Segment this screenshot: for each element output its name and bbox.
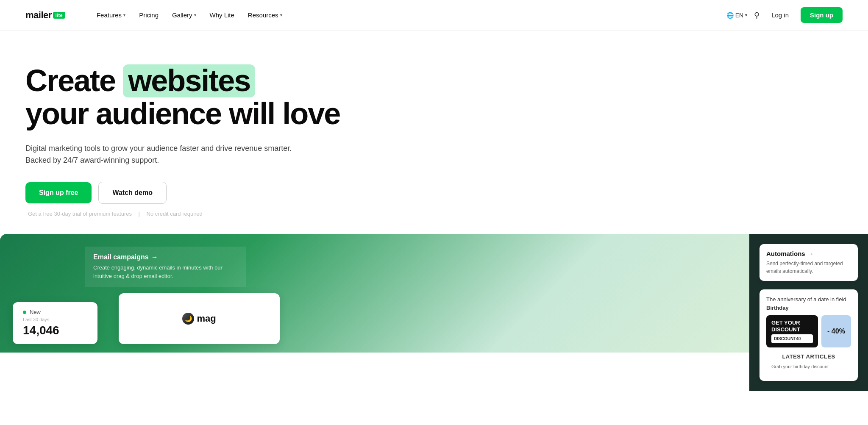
watch-demo-button[interactable]: Watch demo — [98, 182, 167, 204]
promo-cards: GET YOUR DISCOUNT DISCOUNT40 - 40% — [766, 315, 851, 347]
automations-desc: Send perfectly-timed and targeted emails… — [766, 260, 851, 275]
right-panel: Automations → Send perfectly-timed and t… — [749, 234, 868, 391]
hero-heading: Create websites your audience will love — [25, 64, 356, 131]
automations-arrow-icon: → — [808, 250, 814, 257]
hero-heading-line2: your audience will love — [25, 97, 340, 131]
email-campaigns-card: Email campaigns → Create engaging, dynam… — [85, 247, 246, 287]
nav-label-resources: Resources — [248, 11, 278, 19]
chevron-down-icon-3: ▾ — [280, 13, 282, 17]
nav-links: Features ▾ Pricing Gallery ▾ Why Lite Re… — [91, 8, 726, 22]
nav-item-gallery[interactable]: Gallery ▾ — [166, 8, 202, 22]
promo-discount-badge: - 40% — [821, 315, 851, 347]
promo-dark-card: GET YOUR DISCOUNT DISCOUNT40 — [766, 315, 818, 347]
automations-card: Automations → Send perfectly-timed and t… — [760, 244, 858, 281]
birthday-trigger-card: The anniversary of a date in field Birth… — [760, 289, 858, 381]
status-dot — [23, 311, 26, 314]
lower-section: Email campaigns → Create engaging, dynam… — [0, 234, 868, 391]
hero-note-part1: Get a free 30-day trial of premium featu… — [28, 211, 132, 217]
hero-heading-highlight: websites — [123, 64, 255, 97]
chevron-down-icon: ▾ — [123, 13, 125, 17]
mag-logo: 🌙 mag — [182, 313, 216, 325]
hero-section: Create websites your audience will love … — [0, 31, 381, 217]
promo-title: GET YOUR DISCOUNT — [771, 319, 813, 333]
stats-label: New — [30, 309, 41, 315]
hero-heading-plain: Create — [25, 64, 115, 97]
mag-icon: 🌙 — [182, 313, 194, 325]
birthday-text: The anniversary of a date in field — [766, 296, 846, 303]
hero-visual: Email campaigns → Create engaging, dynam… — [0, 234, 749, 353]
nav-item-features[interactable]: Features ▾ — [91, 8, 131, 22]
nav-label-gallery: Gallery — [172, 11, 192, 19]
arrow-icon: → — [151, 253, 158, 261]
mag-logo-text: mag — [197, 313, 216, 324]
signup-button[interactable]: Sign up — [801, 7, 843, 23]
articles-desc: Grab your birthday discount — [771, 364, 846, 370]
signup-free-button[interactable]: Sign up free — [25, 182, 92, 203]
lang-chevron-icon: ▾ — [745, 13, 747, 17]
language-selector[interactable]: 🌐 EN ▾ — [726, 12, 747, 19]
nav-item-pricing[interactable]: Pricing — [133, 8, 164, 22]
globe-icon: 🌐 — [726, 12, 734, 19]
articles-title: LATEST ARTICLES — [771, 353, 846, 361]
birthday-field-value: Birthday — [766, 305, 789, 311]
logo-text: mailer — [25, 10, 52, 21]
hero-note-separator: | — [139, 211, 140, 217]
hero-buttons: Sign up free Watch demo — [25, 182, 356, 204]
nav-label-whylite: Why Lite — [210, 11, 234, 19]
nav-item-resources[interactable]: Resources ▾ — [242, 8, 288, 22]
search-icon: ⚲ — [754, 11, 760, 20]
promo-code: DISCOUNT40 — [771, 334, 813, 343]
nav-actions: 🌐 EN ▾ ⚲ Log in Sign up — [726, 7, 843, 23]
lang-label: EN — [735, 12, 743, 19]
email-campaigns-title: Email campaigns → — [93, 253, 237, 261]
login-button[interactable]: Log in — [766, 8, 794, 22]
navbar: mailer lite Features ▾ Pricing Gallery ▾… — [0, 0, 868, 31]
automations-title: Automations → — [766, 250, 851, 257]
hero-subtitle: Digital marketing tools to grow your aud… — [25, 142, 301, 167]
hero-note: Get a free 30-day trial of premium featu… — [25, 211, 356, 217]
logo-badge: lite — [53, 12, 65, 19]
logo[interactable]: mailer lite — [25, 10, 65, 21]
chevron-down-icon-2: ▾ — [194, 13, 196, 17]
search-button[interactable]: ⚲ — [754, 11, 760, 20]
nav-item-whylite[interactable]: Why Lite — [204, 8, 240, 22]
hero-note-part2: No credit card required — [147, 211, 203, 217]
email-campaigns-desc: Create engaging, dynamic emails in minut… — [93, 264, 237, 280]
nav-label-features: Features — [97, 11, 122, 19]
articles-card: LATEST ARTICLES Grab your birthday disco… — [766, 347, 851, 375]
stats-card: New Last 30 days 14,046 — [13, 302, 97, 344]
stats-number: 14,046 — [23, 324, 87, 337]
stats-card-header: New — [23, 309, 87, 315]
stats-sublabel: Last 30 days — [23, 317, 87, 322]
nav-label-pricing: Pricing — [139, 11, 159, 19]
email-preview-card: 🌙 mag — [119, 293, 280, 344]
